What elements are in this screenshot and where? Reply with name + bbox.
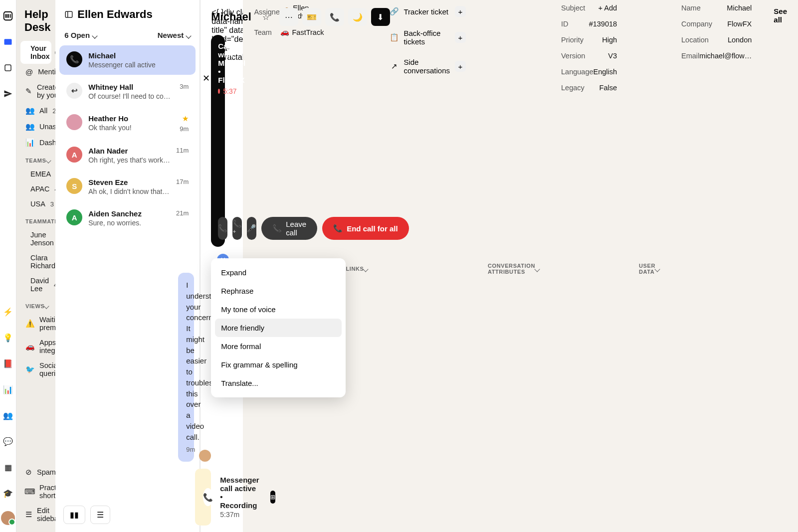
attrs-section-header[interactable]: CONVERSATION ATTRIBUTES xyxy=(477,0,550,532)
ai-icon[interactable] xyxy=(0,60,16,76)
apps-icon[interactable]: ▦ xyxy=(0,459,16,475)
section-teams[interactable]: TEAMS xyxy=(20,151,51,167)
people-icon[interactable]: 👥 xyxy=(0,407,16,423)
conversation-item[interactable]: SSteven EzeAh ok, I didn't know that…17m xyxy=(59,172,196,201)
section-teammates[interactable]: TEAMMATES xyxy=(20,211,51,227)
snooze-icon[interactable]: 🌙 xyxy=(348,8,367,26)
sidebar-item-edit-sidebar[interactable]: ☰Edit sidebar xyxy=(20,503,51,526)
call-add-button[interactable]: 📞⁺ xyxy=(232,217,242,240)
sidebar-item-dashboard[interactable]: 📊Dashboard xyxy=(20,135,51,151)
app-badge-icon: ⊞ xyxy=(270,491,275,504)
ai-menu-item[interactable]: Rephrase xyxy=(215,282,342,300)
inbox-icon[interactable] xyxy=(0,34,16,50)
conversation-item[interactable]: ↩Whitney HallOf course! I'll need to co…… xyxy=(59,77,196,106)
attr-row[interactable]: Subject+ Add xyxy=(550,0,628,16)
message-bubble: I understand your concern. It might be e… xyxy=(178,273,194,462)
chart-icon[interactable]: 📊 xyxy=(0,381,16,397)
leave-call-button[interactable]: 📞 Leave call xyxy=(261,217,317,240)
ai-menu-item[interactable]: My tone of voice xyxy=(215,300,342,319)
conversation-item[interactable]: AAlan NaderOh right, yes that's work…11m xyxy=(59,141,196,170)
sort-dropdown[interactable]: Newest xyxy=(158,31,191,39)
sidebar-item-clara-richards[interactable]: Clara Richards42 xyxy=(20,250,51,273)
sidebar-item-emea[interactable]: EMEA12 xyxy=(20,167,51,181)
conversation-title: Michael xyxy=(211,10,251,23)
details-link[interactable]: 🔗Tracker ticket+ xyxy=(379,0,477,23)
sidebar-item-apps-integrations[interactable]: 🚗Apps & integrations62 xyxy=(20,335,51,358)
bulb-icon[interactable]: 💡 xyxy=(0,330,16,346)
star-icon[interactable]: ☆ xyxy=(256,8,275,26)
sidebar-item-june-jenson[interactable]: June Jenson52 xyxy=(20,227,51,250)
sidebar-item-waiting-premium[interactable]: ⚠️Waiting premium7 xyxy=(20,312,51,335)
details-link[interactable]: 📋Back-office tickets+ xyxy=(379,23,477,52)
ai-menu: ExpandRephraseMy tone of voiceMore frien… xyxy=(211,258,346,397)
more-icon[interactable]: ⋯ xyxy=(279,8,298,26)
ai-menu-item[interactable]: More formal xyxy=(215,337,342,355)
ai-menu-item[interactable]: Translate... xyxy=(215,374,342,392)
svg-rect-2 xyxy=(5,65,11,71)
call-dialpad-button[interactable]: 📞 xyxy=(218,217,227,240)
ticket-icon[interactable]: 🎫 xyxy=(302,8,321,26)
convlist-title: Ellen Edwards xyxy=(77,8,152,21)
call-panel: Call with Michael • FlowFX 5:37 You 🎤 Mi… xyxy=(211,35,225,247)
panel-icon[interactable] xyxy=(64,10,73,19)
details-row: Team🚗FastTrack xyxy=(243,24,335,40)
see-all-link[interactable]: See all xyxy=(763,0,798,532)
svg-rect-4 xyxy=(65,11,72,17)
pause-button[interactable]: ▮▮ xyxy=(63,506,85,524)
ai-menu-item[interactable]: More friendly xyxy=(215,319,342,337)
userdata-section-header[interactable]: USER DATA xyxy=(628,0,670,532)
sidebar-title: Help Desk xyxy=(24,8,51,34)
attr-row[interactable]: LegacyFalse xyxy=(550,80,628,96)
conversation-main: Michael ☆ ⋯ 🎫 📞 🌙 ⬇ Call with Michael • … xyxy=(200,0,200,532)
call-status-card: 📞 Messenger call active • Recording 5:37… xyxy=(195,469,211,526)
left-rail: ⚡ 💡 📕 📊 👥 💬 ▦ 🎓 xyxy=(0,0,16,532)
section-views[interactable]: VIEWS xyxy=(20,296,51,312)
sidebar: Help Desk Your Inbox6@Mentions10✎Created… xyxy=(16,0,55,532)
book-icon[interactable]: 📕 xyxy=(0,355,16,371)
sidebar-item-created-by-you[interactable]: ✎Created by you29 xyxy=(20,80,51,103)
attr-row[interactable]: PriorityHigh xyxy=(550,32,628,48)
sidebar-item-usa[interactable]: USA3 xyxy=(20,196,51,211)
message-icon[interactable]: 💬 xyxy=(0,433,16,449)
archive-icon[interactable]: ⬇ xyxy=(371,8,390,26)
end-call-button[interactable]: 📞 End call for all xyxy=(322,217,409,240)
list-view-button[interactable]: ☰ xyxy=(90,506,110,524)
open-filter[interactable]: 6 Open xyxy=(64,31,97,39)
sidebar-item-unassigned[interactable]: 👥Unassigned8 xyxy=(20,119,51,135)
sidebar-item-your-inbox[interactable]: Your Inbox6 xyxy=(20,41,51,64)
conversation-item[interactable]: Heather HoOk thank you!★9m xyxy=(59,108,196,139)
attr-row[interactable]: ID#139018 xyxy=(550,16,628,32)
phone-icon[interactable]: 📞 xyxy=(325,8,344,26)
sidebar-item-all[interactable]: 👥All237 xyxy=(20,103,51,119)
attr-row[interactable]: LanguageEnglish xyxy=(550,64,628,80)
userdata-row: NameMichael xyxy=(670,0,763,16)
details-link[interactable]: ↗Side conversations+ xyxy=(379,52,477,81)
sidebar-item-david-lee[interactable]: David Lee4 xyxy=(20,273,51,296)
attr-row[interactable]: VersionV3 xyxy=(550,48,628,64)
ai-menu-item[interactable]: Fix grammar & spelling xyxy=(215,355,342,374)
sidebar-item-spam[interactable]: ⊘Spam3 xyxy=(20,464,51,480)
conversation-item[interactable]: 📞MichaelMessenger call active xyxy=(59,45,196,75)
svg-rect-1 xyxy=(4,39,12,45)
conversation-item[interactable]: AAiden SanchezSure, no worries.21m xyxy=(59,203,196,233)
call-mute-button[interactable]: 🎤 xyxy=(247,217,256,240)
send-icon[interactable] xyxy=(0,86,16,102)
grad-icon[interactable]: 🎓 xyxy=(0,485,16,501)
sidebar-item-mentions[interactable]: @Mentions10 xyxy=(20,64,51,80)
sidebar-item-social-queries[interactable]: 🐦Social queries21 xyxy=(20,358,51,381)
userdata-row: CompanyFlowFX xyxy=(670,16,763,32)
sidebar-item-practise-shortcuts[interactable]: ⌨Practise shortcuts xyxy=(20,480,51,503)
ai-menu-item[interactable]: Expand xyxy=(215,263,342,282)
user-avatar[interactable] xyxy=(1,511,15,525)
bolt-icon[interactable]: ⚡ xyxy=(0,304,16,320)
logo-icon[interactable] xyxy=(0,8,16,24)
userdata-row: Emailmichael@flow… xyxy=(670,48,763,64)
sidebar-item-apac[interactable]: APAC42 xyxy=(20,181,51,196)
record-icon xyxy=(218,89,220,94)
userdata-row: LocationLondon xyxy=(670,32,763,48)
